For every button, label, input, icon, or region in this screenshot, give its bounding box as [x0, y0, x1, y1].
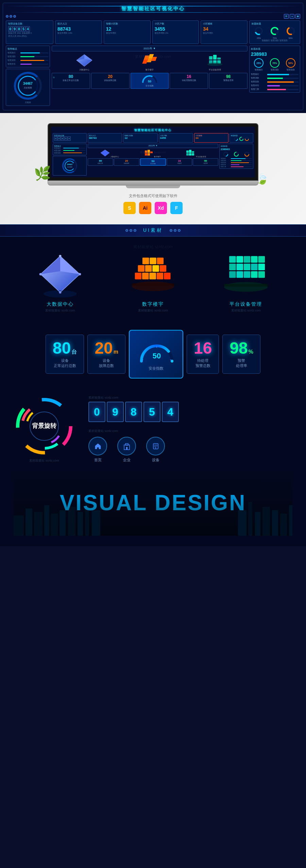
home-icon — [94, 442, 102, 450]
spinning-donut-text: 背景旋转 — [32, 422, 56, 430]
laptop-screen: 素材能量站 scnlz.com 智慧智能社区可视化中心 智慧设备总数 0 9 8… — [48, 123, 258, 181]
home-nav-item[interactable]: 首页 — [88, 437, 107, 463]
laptop-stand — [126, 186, 180, 188]
svg-text:34467: 34467 — [67, 163, 73, 165]
right-donut-3 — [244, 151, 250, 157]
platform-3d-svg — [219, 250, 273, 301]
stat-98-card: 98 % 预警处理率 — [222, 335, 260, 374]
progress-list: 智慧路灯 智慧消防 智慧安防 智慧停车 — [7, 51, 48, 66]
home-nav-circle[interactable] — [88, 437, 107, 455]
svg-rect-20 — [209, 56, 213, 60]
big-digits-display: 0 9 8 5 4 — [88, 402, 292, 422]
laptop-diamond-icon — [100, 149, 110, 157]
illustrator-icon: Ai — [139, 202, 151, 214]
stat-normal-devices: 80 台 设备正常运行总数 — [52, 73, 90, 89]
nav-icons-row: 首页 企业 — [88, 437, 292, 463]
laptop-gauge-svg: 34467 历史预警 — [61, 157, 78, 174]
stat-80-card: 80 台 设备正常运行总数 — [46, 335, 84, 374]
svg-rect-85 — [164, 273, 171, 279]
big-stats-section: 80 台 设备正常运行总数 20 m 设备故障总数 — [14, 330, 292, 379]
digital-building-svg — [140, 53, 159, 68]
enterprise-nav-circle[interactable] — [117, 437, 136, 455]
platform-icon-item: 平台设备管理 — [206, 53, 224, 71]
svg-text:历史预警: 历史预警 — [24, 87, 32, 89]
right-bar-list: 智慧路灯 智慧消防 智慧安防 智慧停车 — [251, 73, 299, 91]
sketch-icon: S — [123, 202, 136, 214]
digital-building-icon-item: 数字楼宇 — [140, 53, 159, 71]
ui-materials-header: UI素材 — [0, 224, 306, 237]
svg-rect-91 — [251, 256, 258, 263]
laptop-screen-inner: 素材能量站 scnlz.com 智慧智能社区可视化中心 智慧设备总数 0 9 8… — [51, 127, 255, 177]
safety-gauge-big-svg: 50 — [136, 337, 177, 365]
nav-icon[interactable]: ≡ — [290, 14, 294, 19]
right-donuts-row: 25% 智慧路灯 75% 智慧消防 50% 智慧安防 — [251, 58, 299, 71]
svg-rect-45 — [148, 153, 150, 156]
svg-rect-81 — [135, 273, 142, 279]
svg-rect-77 — [138, 265, 145, 272]
donut-chart-3 — [286, 26, 295, 36]
svg-rect-43 — [150, 151, 153, 153]
svg-rect-121 — [126, 447, 128, 450]
device-nav-item[interactable]: 设备 — [146, 437, 165, 463]
datacenter-3d-item: 大数据中心 素材能量站 scnlz.com — [26, 254, 94, 313]
svg-marker-40 — [101, 150, 109, 156]
donut-stats-card: 标题标题 25% 75% — [249, 20, 300, 44]
gauge-mini-svg: 50 — [141, 74, 158, 84]
svg-rect-76 — [157, 258, 164, 264]
mid-section: 预警概况 智慧路灯 智慧消防 智慧安防 — [6, 46, 300, 107]
spinning-donut-section: 背景旋转 素材能量站 scnlz.com — [14, 396, 75, 463]
section3-content: 素材能量站 scnlz.com — [0, 237, 306, 546]
right-donut-2 — [234, 151, 239, 157]
svg-rect-41 — [145, 150, 147, 153]
datacenter-icon-item: 大数据中心 — [75, 53, 94, 71]
svg-rect-44 — [145, 153, 147, 156]
svg-rect-97 — [258, 263, 265, 270]
svg-point-103 — [224, 282, 268, 292]
year-selector[interactable]: 2021年 ▼ — [52, 46, 248, 51]
section1-dashboard: 素材能量站 scnlz.com 智慧智能社区可视化中心 ⊞ ≡ ◉ — [0, 0, 306, 113]
svg-rect-74 — [142, 258, 149, 264]
svg-rect-104 — [224, 284, 268, 287]
right-stats-card: 标题标题 238983 25% 智慧路灯 75% 智慧消防 — [249, 46, 300, 93]
svg-rect-100 — [244, 271, 251, 278]
svg-rect-92 — [258, 256, 265, 263]
svg-text:50: 50 — [153, 352, 161, 360]
section2-laptop: 🌿 🍃 素材能量站 scnlz.com 智慧智能社区可视化中心 智慧设备总数 0… — [0, 113, 306, 224]
device-nav-circle[interactable] — [146, 437, 165, 455]
svg-rect-22 — [217, 58, 221, 60]
figma-icon: F — [170, 202, 183, 214]
resident-count-card: 小区户数 3455 较去年增长 2% — [152, 20, 199, 44]
floor-count-card: 小区楼栋 34 较去年增长 — [201, 20, 248, 44]
enterprise-nav-item[interactable]: 企业 — [117, 437, 136, 463]
digits-nav-section: 素材能量站 scnlz.com 0 9 8 5 4 素材能量站 scnlz.co… — [88, 396, 292, 463]
digital-building-3d-svg — [126, 250, 180, 301]
visual-design-section: VISUAL DESIGN — [14, 470, 292, 536]
nav-dot — [10, 15, 12, 18]
svg-text:34467: 34467 — [23, 82, 33, 85]
stat-fault-devices: 20 设备故障总数 — [91, 73, 130, 89]
svg-rect-96 — [251, 263, 258, 270]
svg-rect-88 — [229, 256, 236, 263]
nav-icon[interactable]: ⊞ — [284, 14, 289, 19]
donut-chart-1 — [254, 26, 264, 36]
laptop-base — [48, 181, 258, 186]
svg-rect-83 — [149, 273, 156, 279]
svg-rect-120 — [125, 444, 128, 445]
svg-text:历史预警: 历史预警 — [67, 166, 72, 168]
nav-icon[interactable]: ◉ — [295, 14, 300, 19]
center-panel: 2021年 ▼ — [52, 46, 248, 107]
left-panel: 预警概况 智慧路灯 智慧消防 智慧安防 — [6, 46, 50, 107]
visual-design-text: VISUAL DESIGN — [20, 483, 286, 522]
laptop-blocks-icon — [143, 149, 154, 157]
nav-dot — [6, 15, 8, 18]
spinning-donut-container: 背景旋转 — [14, 396, 75, 457]
svg-rect-21 — [213, 55, 217, 60]
svg-rect-99 — [237, 271, 243, 278]
svg-rect-78 — [145, 265, 152, 272]
svg-rect-80 — [160, 265, 167, 272]
stat-20-card: 20 m 设备故障总数 — [87, 335, 125, 374]
software-icons-row: S Ai Xd F — [123, 202, 183, 214]
laptop-mockup: 🌿 🍃 素材能量站 scnlz.com 智慧智能社区可视化中心 智慧设备总数 0… — [48, 123, 258, 188]
stat-16-card: 16 待处理预警总数 — [187, 335, 219, 374]
svg-rect-90 — [244, 256, 251, 263]
